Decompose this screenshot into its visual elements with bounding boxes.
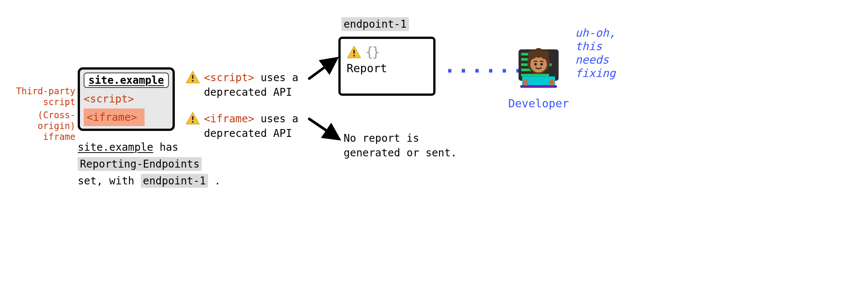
warning-icon bbox=[347, 45, 362, 59]
svg-rect-8 bbox=[521, 74, 549, 76]
svg-point-12 bbox=[549, 80, 555, 86]
developer: Developer bbox=[505, 39, 572, 110]
svg-point-17 bbox=[540, 50, 549, 59]
developer-avatar-icon bbox=[512, 39, 565, 91]
endpoint-window: {} Report bbox=[338, 37, 435, 96]
svg-point-18 bbox=[534, 63, 537, 65]
developer-label: Developer bbox=[505, 97, 572, 110]
braces-icon: {} bbox=[365, 44, 378, 59]
endpoint-report-label: Report bbox=[347, 62, 428, 75]
svg-point-11 bbox=[523, 80, 528, 86]
svg-point-19 bbox=[540, 63, 543, 65]
arrow-to-endpoint bbox=[309, 60, 335, 79]
no-report-text: No report is generated or sent. bbox=[344, 131, 474, 160]
developer-thought: uh-oh,thisneedsfixing bbox=[575, 26, 642, 80]
arrow-to-noreport bbox=[309, 119, 337, 138]
endpoint-title: endpoint-1 bbox=[341, 18, 409, 30]
